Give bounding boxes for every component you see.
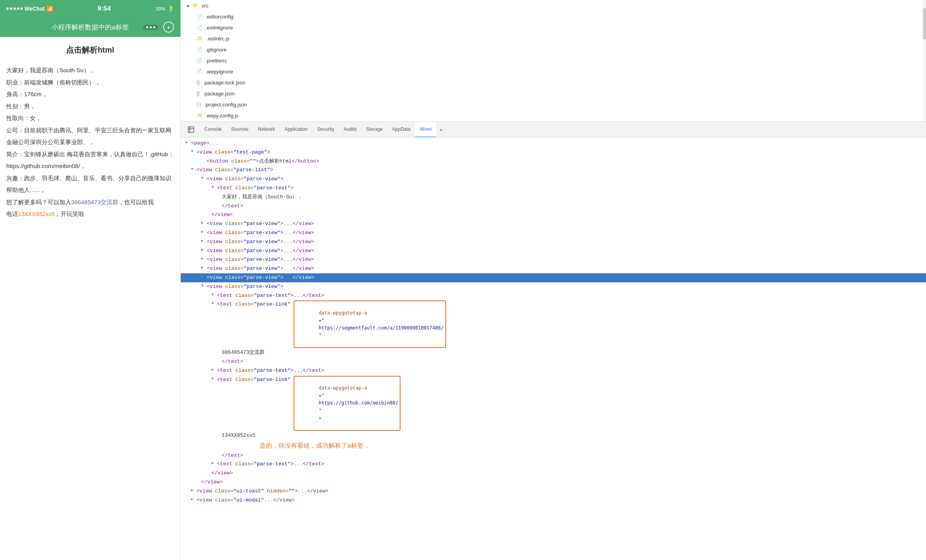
tab-storage[interactable]: Storage (362, 122, 388, 137)
code-line-link-text-1: 386485473交流群 (181, 348, 926, 357)
code-line-button[interactable]: <button class= "" > 点击解析html </button> (181, 157, 926, 166)
arrow-pt-before[interactable]: ▼ (211, 292, 217, 298)
file-tree-scrollbar-thumb[interactable] (923, 8, 926, 39)
tab-sources[interactable]: Sources (226, 122, 253, 137)
code-line-pv-collapsed-6[interactable]: ▶ <view class= "parse-view" > ... </view… (181, 264, 926, 273)
code-line-parse-link-1[interactable]: ▼ <text class= "parse-link" data-wpygoto… (181, 300, 926, 348)
bio-link-phone[interactable]: 134XX852xx5 (18, 210, 55, 217)
code-line-view-test-page[interactable]: ▼ <view class= "test-page" > (181, 148, 926, 157)
code-tag-pvc2: <view (207, 229, 225, 237)
code-line-pt-after-link[interactable]: ▶ <text class= "parse-text" > ... </text… (181, 366, 926, 375)
file-tree-item-project-config[interactable]: {·} project.config.json (181, 99, 926, 110)
file-tree-item-prettierrc[interactable]: 📄 .prettierrc (181, 55, 926, 66)
arrow-toggle-parse-view-1[interactable]: ▼ (201, 175, 207, 181)
arrow-link2[interactable]: ▼ (211, 376, 217, 382)
nav-more-dots[interactable] (143, 25, 158, 30)
code-line-pv-collapsed-4[interactable]: ▶ <view class= "parse-view" > ... </view… (181, 247, 926, 256)
arrow-pv-c5[interactable]: ▶ (201, 256, 207, 262)
code-tag-tc-link1: </text> (222, 358, 243, 366)
tab-network[interactable]: Network (253, 122, 280, 137)
code-tag-pvc2-close: </view> (292, 229, 314, 237)
tab-wxml[interactable]: Wxml (415, 122, 436, 137)
code-attr-hidden: hidden= (264, 487, 288, 496)
arrow-pv-c1[interactable]: ▶ (201, 220, 207, 226)
bio-link-group[interactable]: 386485473交流群 (71, 199, 118, 205)
file-tree-item-package[interactable]: {} package.json (181, 88, 926, 99)
arrow-link1[interactable]: ▼ (211, 300, 217, 307)
arrow-ui-toast[interactable]: ▶ (191, 487, 197, 494)
code-line-pv-collapsed-2[interactable]: ▶ <view class= "parse-view" > ... </view… (181, 229, 926, 238)
arrow-ui-modal[interactable]: ▶ (191, 496, 197, 503)
code-tag-ui-toast: <view (197, 487, 215, 496)
file-tree-scrollbar[interactable] (923, 0, 926, 121)
arrow-pv-c2[interactable]: ▶ (201, 229, 207, 235)
arrow-pv-c6[interactable]: ▶ (201, 265, 207, 271)
code-line-pv-collapsed-3[interactable]: ▶ <view class= "parse-view" > ... </view… (181, 238, 926, 247)
code-line-parse-link-2[interactable]: ▼ <text class= "parse-link" data-wpygoto… (181, 375, 926, 431)
nav-right-actions[interactable] (143, 22, 174, 33)
arrow-toggle-pt1[interactable]: ▼ (211, 184, 217, 190)
code-line-ui-toast[interactable]: ▶ <view class= "ui-toast" hidden= "" > .… (181, 487, 926, 496)
code-text-bio: 大家好，我是苏南（South·Su）， (222, 193, 302, 201)
code-tag-pvc6-gt: > (280, 265, 283, 273)
code-line-pv-collapsed-1[interactable]: ▶ <view class= "parse-view" > ... </view… (181, 220, 926, 229)
code-line-parse-list[interactable]: ▼ <view class= "parse-list" > (181, 166, 926, 175)
code-attr-ptp: class= (235, 460, 254, 468)
code-tag-pl1: <text (217, 300, 235, 309)
tab-console[interactable]: Console (200, 122, 226, 137)
tab-more-button[interactable]: » (436, 126, 446, 133)
code-line-text-close-1: </text> (181, 202, 926, 211)
arrow-pv-hl[interactable]: ▶ (201, 274, 207, 280)
arrow-toggle-parse-list[interactable]: ▼ (191, 166, 197, 172)
code-tag-pvl: <view (207, 283, 225, 291)
arrow-pt-after[interactable]: ▶ (211, 367, 217, 373)
arrow-toggle-page[interactable]: ▶ (186, 139, 191, 146)
code-value-pl2-class: "parse-link" (254, 376, 291, 384)
arrow-pv-links[interactable]: ▼ (201, 283, 207, 289)
code-line-page[interactable]: ▶ <page > ... (181, 139, 926, 148)
code-tag-ui-toast-gt: > (295, 487, 298, 496)
code-tag-ptp-close: </text> (303, 460, 324, 468)
file-tree-item-package-lock[interactable]: {} package-lock.json (181, 77, 926, 88)
file-tree-item-eslintignore[interactable]: 📄 .eslintignore (181, 22, 926, 33)
tab-application[interactable]: Application (280, 122, 312, 137)
file-icon-eslintignore: 📄 (197, 25, 202, 30)
code-line-parse-text-1[interactable]: ▼ <text class= "parse-text" > (181, 184, 926, 193)
file-tree-item-gitignore[interactable]: 📄 .gitignore (181, 44, 926, 55)
battery-percent: 39% (155, 6, 165, 12)
code-attr-pvc5: class= (225, 256, 244, 264)
file-tree-item-wepyignore[interactable]: 📄 .wepyignore (181, 66, 926, 77)
code-line-parse-view-1[interactable]: ▼ <view class= "parse-view" > (181, 175, 926, 184)
file-tree-item-src[interactable]: ▶ 📁 src (181, 0, 926, 11)
file-icon-prettierrc: 📄 (197, 58, 202, 63)
code-line-pv-links-open[interactable]: ▼ <view class= "parse-view" > (181, 282, 926, 291)
file-tree-item-editorconfig[interactable]: 📄 .editorconfig (181, 11, 926, 22)
code-value-pvl: "parse-view" (244, 283, 281, 291)
code-tag-pvc3-gt: > (280, 238, 283, 246)
code-line-ui-modal[interactable]: ▶ <view class= "ui-modal" ... </view> (181, 496, 926, 505)
arrow-pt-phone[interactable]: ▶ (211, 460, 217, 467)
file-tree-item-wepy-config[interactable]: JS wepy.config.js (181, 110, 926, 121)
code-value-pvc5: "parse-view" (244, 256, 281, 264)
file-name-eslintrc: .eslintrc.js (207, 36, 230, 42)
nav-circle-button[interactable] (163, 22, 174, 33)
code-line-highlighted-pv[interactable]: ▶ <view class= "parse-view" > ... </view… (181, 273, 926, 282)
tab-appdata[interactable]: AppData (388, 122, 415, 137)
arrow-pv-c4[interactable]: ▶ (201, 247, 207, 253)
arrow-pv-c3[interactable]: ▶ (201, 238, 207, 244)
code-tag-pt-before-close: </text> (303, 292, 324, 300)
devtools-inspect-button[interactable] (184, 123, 198, 137)
code-line-pt-collapsed-before[interactable]: ▼ <text class= "parse-text" > ... </text… (181, 291, 926, 300)
file-tree-item-eslintrc[interactable]: JS .eslintrc.js (181, 33, 926, 44)
code-tag-parse-list-gt: > (270, 166, 273, 174)
code-line-pv-collapsed-5[interactable]: ▶ <view class= "parse-view" > ... </view… (181, 255, 926, 264)
tab-audits[interactable]: Audits (339, 122, 361, 137)
bio-text: 大家好，我是苏南（South·Su）， 职业：前端攻城狮（俗称切图民）， 身高：… (6, 65, 174, 220)
arrow-toggle-test-page[interactable]: ▼ (191, 148, 197, 155)
battery-icon: 🔋 (168, 6, 174, 12)
signal-dots (6, 7, 23, 10)
code-tag-pvc4: <view (207, 247, 225, 255)
code-line-pt-phone-after[interactable]: ▶ <text class= "parse-text" > ... </text… (181, 460, 926, 469)
code-tag-page: <page (191, 139, 206, 148)
tab-security[interactable]: Security (312, 122, 339, 137)
